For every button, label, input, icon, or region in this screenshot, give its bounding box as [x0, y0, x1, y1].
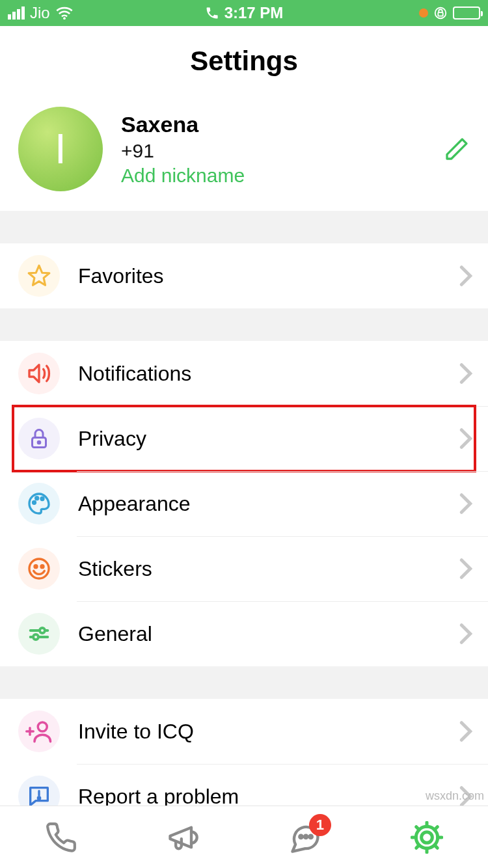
report-label: Report a problem: [78, 785, 459, 809]
notifications-row[interactable]: Notifications: [0, 341, 488, 406]
svg-point-14: [40, 628, 45, 633]
stickers-label: Stickers: [78, 557, 459, 581]
carrier-label: Jio: [30, 4, 50, 22]
svg-point-21: [38, 797, 40, 799]
svg-point-22: [299, 835, 302, 837]
lock-icon: [18, 418, 60, 459]
svg-point-0: [63, 17, 66, 20]
svg-point-8: [36, 497, 38, 500]
page-header: Settings: [0, 26, 488, 95]
speaker-icon: [18, 353, 60, 394]
tab-settings[interactable]: [407, 818, 446, 857]
svg-point-7: [33, 501, 36, 504]
svg-line-34: [435, 826, 437, 829]
smiley-icon: [18, 548, 60, 590]
add-person-icon: [18, 711, 60, 752]
call-icon: [205, 6, 219, 20]
svg-point-24: [309, 835, 312, 837]
status-bar: Jio 3:17 PM: [0, 0, 488, 26]
profile-phone: +91: [121, 140, 426, 162]
appearance-row[interactable]: Appearance: [0, 471, 488, 536]
svg-point-16: [33, 634, 38, 640]
rotation-lock-icon: [433, 6, 448, 20]
svg-point-9: [41, 498, 44, 500]
signal-icon: [8, 7, 25, 20]
tab-calls[interactable]: [42, 818, 81, 857]
svg-point-25: [422, 832, 433, 843]
svg-point-23: [305, 835, 307, 837]
svg-rect-2: [438, 12, 442, 16]
svg-line-32: [435, 845, 437, 847]
svg-point-12: [41, 565, 44, 568]
general-row[interactable]: General: [0, 601, 488, 666]
avatar-initial: I: [55, 125, 66, 173]
chevron-right-icon: [459, 558, 472, 580]
chevron-right-icon: [459, 720, 472, 742]
watermark: wsxdn.com: [426, 789, 484, 803]
chevron-right-icon: [459, 623, 472, 645]
edit-profile-button[interactable]: [444, 136, 470, 162]
invite-label: Invite to ICQ: [78, 720, 459, 744]
sliders-icon: [18, 613, 60, 655]
profile-section[interactable]: I Saxena +91 Add nickname: [0, 95, 488, 211]
svg-marker-4: [29, 365, 39, 383]
favorites-row[interactable]: Favorites: [0, 243, 488, 308]
chevron-right-icon: [459, 493, 472, 515]
palette-icon: [18, 483, 60, 524]
svg-point-17: [38, 722, 47, 731]
tab-chats[interactable]: 1: [286, 818, 325, 857]
favorites-label: Favorites: [78, 264, 459, 288]
status-time: 3:17 PM: [224, 4, 284, 22]
tab-bar: 1: [0, 806, 488, 868]
tab-channels[interactable]: [163, 818, 202, 857]
add-nickname-link[interactable]: Add nickname: [121, 165, 426, 187]
appearance-label: Appearance: [78, 492, 459, 516]
profile-name: Saxena: [121, 112, 426, 137]
notifications-label: Notifications: [78, 362, 459, 386]
privacy-row[interactable]: Privacy: [0, 406, 488, 471]
chevron-right-icon: [459, 265, 472, 287]
svg-point-10: [29, 559, 49, 578]
general-label: General: [78, 622, 459, 646]
chevron-right-icon: [459, 427, 472, 450]
svg-line-31: [416, 826, 419, 829]
stickers-row[interactable]: Stickers: [0, 536, 488, 601]
battery-icon: [453, 7, 480, 20]
privacy-label: Privacy: [78, 427, 459, 451]
svg-line-33: [416, 845, 419, 847]
page-title: Settings: [0, 46, 488, 77]
svg-point-11: [34, 565, 37, 568]
chats-badge: 1: [309, 814, 331, 836]
svg-marker-3: [29, 265, 49, 285]
chevron-right-icon: [459, 362, 472, 385]
star-icon: [18, 255, 60, 297]
avatar: I: [18, 107, 103, 191]
dot-icon: [419, 8, 428, 18]
wifi-icon: [55, 6, 74, 20]
invite-row[interactable]: Invite to ICQ: [0, 699, 488, 764]
svg-point-6: [38, 441, 40, 444]
